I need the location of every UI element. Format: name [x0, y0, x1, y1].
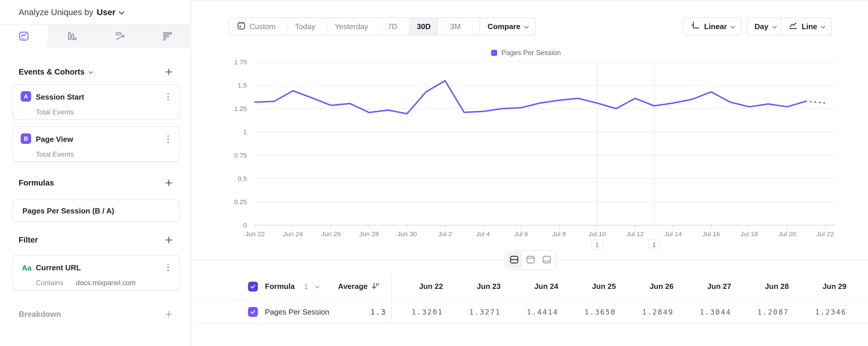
event-title[interactable]: Session Start	[36, 93, 84, 102]
value-cell[interactable]: 1.3201	[392, 308, 443, 316]
x-tick-label: Jun 30	[397, 230, 417, 238]
granularity-label: Day	[754, 22, 769, 31]
range-custom[interactable]: Custom	[229, 18, 283, 35]
layout-toggle-group	[504, 250, 556, 270]
value-cell[interactable]: 1.2087	[731, 308, 789, 316]
y-tick-label: 1	[243, 128, 247, 136]
event-card-page-view[interactable]: B Page View Total Events	[12, 126, 180, 162]
calendar-icon	[237, 21, 246, 32]
y-tick-label: 0.5	[238, 175, 247, 182]
date-column-header[interactable]: Jun 28	[731, 282, 789, 291]
pages-per-session-line-chart[interactable]: 11 1.751.51.2510.750.50.250 Jun 22Jun 24…	[191, 44, 868, 259]
filter-property[interactable]: Current URL	[36, 263, 81, 272]
filter-condition[interactable]: Contains docs.mixpanel.com	[36, 279, 136, 287]
chevron-down-icon	[524, 24, 529, 29]
analyze-entity-dropdown[interactable]: User	[97, 7, 116, 17]
range-label: Today	[295, 22, 315, 31]
date-column-header[interactable]: Jun 29	[789, 282, 846, 291]
filter-operator[interactable]: Contains	[36, 279, 63, 287]
formula-expression[interactable]: Pages Per Session (B / A)	[23, 206, 114, 215]
chart-type-dropdown[interactable]: Line	[781, 18, 832, 35]
insights-chart-icon	[18, 31, 29, 43]
filter-section-header: Filter	[19, 236, 38, 244]
chevron-down-icon	[772, 24, 777, 29]
compare-button[interactable]: Compare	[479, 18, 536, 35]
value-cell[interactable]: 1.2346	[789, 308, 846, 316]
date-column-header[interactable]: Jun 26	[616, 282, 674, 291]
add-filter-button[interactable]	[164, 235, 174, 245]
y-axis-labels: 1.751.51.2510.750.50.250	[234, 59, 247, 229]
insights-report-page: Analyze Uniques by User	[0, 0, 868, 346]
flows-curve-icon	[114, 31, 125, 43]
range-label: 3M	[450, 22, 461, 31]
date-column-headers: Jun 22 Jun 23 Jun 24 Jun 25 Jun 26 Jun 2…	[392, 272, 846, 300]
event-aggregation[interactable]: Total Events	[36, 108, 74, 116]
sort-descending-icon[interactable]	[371, 282, 380, 291]
range-3m[interactable]: 3M	[442, 18, 468, 35]
events-section-title: Events & Cohorts	[19, 67, 85, 77]
tab-funnels[interactable]	[48, 25, 95, 48]
value-cell[interactable]: 1.3650	[558, 308, 616, 316]
range-yesterday[interactable]: Yesterday	[327, 18, 376, 35]
linear-axis-icon	[691, 21, 700, 32]
kebab-menu-icon[interactable]	[163, 262, 172, 272]
formulas-section-header: Formulas	[19, 178, 54, 188]
tab-insights[interactable]	[0, 25, 48, 48]
chart-view-button[interactable]	[523, 252, 538, 268]
event-title[interactable]: Page View	[36, 135, 73, 144]
value-cell[interactable]: 1.3271	[443, 308, 501, 316]
table-view-button[interactable]	[539, 252, 555, 268]
report-type-tabs	[0, 25, 191, 48]
add-breakdown-button[interactable]	[164, 309, 174, 319]
series-checkbox[interactable]	[248, 307, 258, 317]
date-column-header[interactable]: Jun 22	[392, 282, 443, 291]
date-column-header[interactable]: Jun 25	[558, 282, 616, 291]
scale-dropdown[interactable]: Linear	[683, 18, 742, 35]
x-axis-labels: Jun 22Jun 24Jun 26Jun 28Jun 30Jul 2Jul 4…	[245, 225, 834, 238]
formula-card[interactable]: Pages Per Session (B / A)	[12, 200, 180, 222]
chevron-down-icon	[315, 284, 320, 288]
chevron-down-icon	[731, 24, 735, 29]
x-tick-label: Jul 2	[438, 230, 452, 238]
y-tick-label: 0	[243, 222, 247, 229]
value-cell[interactable]: 1.3044	[674, 308, 731, 316]
tab-retention[interactable]	[144, 25, 191, 48]
date-column-header[interactable]: Jun 23	[443, 282, 501, 291]
table-row-pages-per-session[interactable]: Pages Per Session 1.3 1.3201 1.3271 1.44…	[191, 300, 868, 324]
x-tick-label: Jun 28	[359, 230, 379, 238]
x-tick-label: Jul 14	[664, 230, 682, 238]
average-column-header[interactable]: Average	[338, 282, 380, 291]
analyze-header: Analyze Uniques by User	[0, 0, 191, 25]
kebab-menu-icon[interactable]	[163, 134, 172, 144]
kebab-menu-icon[interactable]	[163, 92, 172, 102]
formulas-section-title: Formulas	[19, 178, 54, 188]
series-name[interactable]: Pages Per Session	[265, 308, 329, 317]
funnel-bars-icon	[66, 31, 77, 43]
select-all-checkbox[interactable]	[248, 282, 258, 291]
range-30d-active[interactable]: 30D	[409, 18, 438, 35]
column-divider	[392, 274, 392, 300]
range-today[interactable]: Today	[287, 18, 323, 35]
event-card-session-start[interactable]: A Session Start Total Events	[12, 84, 180, 120]
events-section-header[interactable]: Events & Cohorts	[19, 67, 92, 77]
filter-value[interactable]: docs.mixpanel.com	[76, 279, 135, 287]
add-event-button[interactable]	[164, 67, 174, 77]
x-tick-label: Jul 12	[626, 230, 644, 238]
formula-group-label[interactable]: Formula	[265, 282, 295, 291]
add-formula-button[interactable]	[164, 178, 174, 188]
analyze-prefix-label: Analyze Uniques by	[19, 7, 93, 17]
scale-label: Linear	[704, 22, 727, 31]
x-tick-label: Jun 22	[245, 230, 265, 238]
value-cell[interactable]: 1.2849	[616, 308, 674, 316]
event-aggregation[interactable]: Total Events	[36, 150, 74, 158]
range-7d[interactable]: 7D	[380, 18, 405, 35]
filter-card-current-url[interactable]: Aa Current URL Contains docs.mixpanel.co…	[12, 255, 180, 291]
y-tick-label: 0.25	[234, 198, 247, 206]
granularity-dropdown[interactable]: Day	[747, 18, 783, 35]
average-value: 1.3	[371, 308, 386, 316]
date-column-header[interactable]: Jun 24	[501, 282, 558, 291]
date-column-header[interactable]: Jun 27	[674, 282, 731, 291]
value-cell[interactable]: 1.4414	[501, 308, 558, 316]
split-view-button[interactable]	[506, 252, 522, 268]
tab-flows[interactable]	[96, 25, 144, 48]
